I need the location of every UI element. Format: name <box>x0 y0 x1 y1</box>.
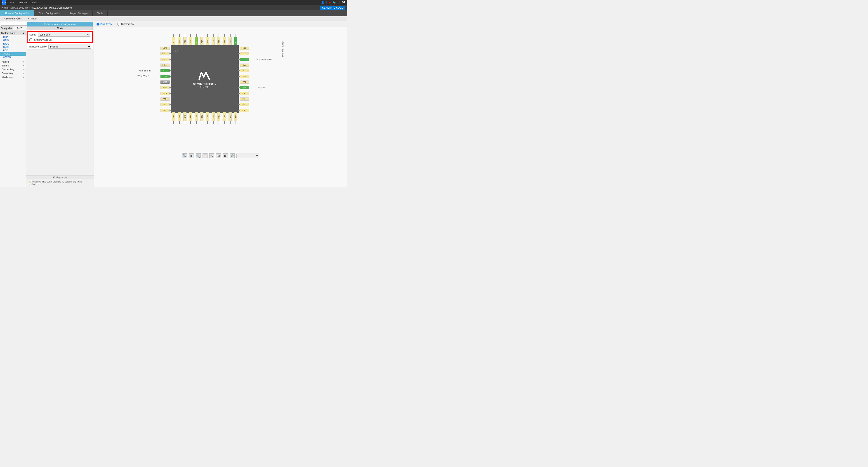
pin-pb15: PB15 <box>238 92 249 95</box>
zoom-select[interactable] <box>237 153 259 158</box>
st-icon[interactable]: ST <box>342 1 345 4</box>
app-logo: STM <box>2 0 6 5</box>
export-button[interactable]: 📋 <box>203 153 208 158</box>
sidebar-tab-az[interactable]: A->Z <box>13 26 26 30</box>
window-menu[interactable]: Window <box>19 1 27 4</box>
pin-pc13: PC13.. <box>160 52 171 55</box>
pin-pb9: PB9 <box>183 34 186 46</box>
rcc-osc-in-label: RCC_OSC_IN <box>137 70 151 72</box>
pin-pa6: PA6 <box>189 112 192 124</box>
pinout-view-tab[interactable]: Pinout view <box>96 22 113 26</box>
sidebar-item-rcc[interactable]: RCC <box>0 49 26 52</box>
left-signals: RCC_OSC_IN RCC_OSC_OUT <box>137 45 151 113</box>
pin-vbat: VBAT <box>160 47 171 50</box>
pin-pb2: PB2 <box>212 112 215 124</box>
top-pins: VDD VSS PB9 PB8 <box>171 34 239 46</box>
tab-pinout[interactable]: Pinout & Configuration <box>0 10 34 16</box>
pin-pc15: PC15.. <box>160 63 171 67</box>
system-wakeup-checkbox[interactable] <box>29 38 32 41</box>
sidebar-section-analog[interactable]: Analog › <box>0 60 26 64</box>
breadcrumb-home[interactable]: Home <box>2 6 8 9</box>
sys-jtck-label: SYS_JTCK-SWCLK <box>282 41 284 57</box>
pin-boo: BOO <box>195 34 198 46</box>
twitter-icon[interactable]: 🐦 <box>333 1 336 4</box>
pin-pb10: PB10 <box>217 112 220 124</box>
config-spacer <box>26 51 94 175</box>
sidebar-section-timers[interactable]: Timers › <box>0 64 26 68</box>
timebase-row: Timebase Source SysTick <box>27 43 93 50</box>
zoom-in-button[interactable]: 🔍 <box>196 153 201 158</box>
top-bar-right: 👤 f ▶ 🐦 ✕ ST <box>321 1 345 4</box>
pin-vss-right: VSS <box>238 52 249 55</box>
tab-tools[interactable]: Tools <box>93 10 108 16</box>
rcc-osc-out-label: RCC_OSC_OUT <box>137 75 151 77</box>
sidebar-section-connectivity[interactable]: Connectivity › <box>0 68 26 71</box>
right-signals: SYS_JTMS-SWDIO TIM1_CH1 <box>256 45 272 113</box>
st-logo <box>197 70 213 81</box>
print-button[interactable]: 🖨 <box>209 153 214 158</box>
subtab-software-packs[interactable]: ▼ Software Packs <box>0 16 25 21</box>
debug-label: Debug <box>29 33 36 36</box>
system-wakeup-label: System Wake-Up <box>34 39 52 41</box>
breadcrumb-chip[interactable]: STM32F103C8Tx <box>10 6 28 9</box>
sidebar-item-dma[interactable]: DMA <box>0 35 26 39</box>
debug-row: Debug Serial Wire No Debug Trace Asynchr… <box>28 32 92 37</box>
pin-pb3: PB3 <box>223 34 226 46</box>
config-section-bottom: Configuration ⚠ Warning: This peripheral… <box>26 175 94 187</box>
facebook-icon[interactable]: f <box>326 1 327 4</box>
pinout-area: Pinout view System view SYS_JTCK-SWCLK V… <box>94 21 347 187</box>
generate-code-button[interactable]: GENERATE CODE <box>320 6 345 10</box>
debug-row-container: Debug Serial Wire No Debug Trace Asynchr… <box>27 31 93 43</box>
tim1-ch1-label: TIM1_CH1 <box>256 86 272 88</box>
subtab-pinout[interactable]: ▼ Pinout <box>25 16 40 21</box>
pin-pa5: PA5 <box>183 112 186 124</box>
pin-pa7: PA7 <box>195 112 198 124</box>
sidebar-item-sys[interactable]: ✓ SYS <box>0 52 26 56</box>
sidebar-item-iwdg[interactable]: IWDG <box>0 42 26 46</box>
pin-vssa: VSSA <box>160 86 171 89</box>
pin-vdda: VDDA <box>160 92 171 95</box>
pin-pa13: PA13 <box>238 58 249 61</box>
pin-pb5: PB5 <box>212 34 215 46</box>
sidebar-item-nvic[interactable]: NVIC <box>0 46 26 49</box>
fit-button[interactable]: ⊞ <box>189 153 194 158</box>
pin-pd0: PD0-- <box>160 69 171 72</box>
external-link-icon[interactable]: ✕ <box>338 1 340 4</box>
mode-section-header: Mode <box>27 26 93 30</box>
sys-config-panel: SYS Mode and Configuration Mode Debug Se… <box>27 22 93 50</box>
search-pin-button[interactable]: 🔎 <box>230 153 235 158</box>
pin-pa0: PA0-- <box>160 97 171 100</box>
pin-pa1: PA1 <box>160 103 171 106</box>
system-wakeup-row: System Wake-Up <box>28 37 92 42</box>
sidebar-tab-categories[interactable]: Categories <box>0 26 13 30</box>
help-menu[interactable]: Help <box>32 1 37 4</box>
youtube-icon[interactable]: ▶ <box>329 1 331 4</box>
chip-body: STM32F103C8Tx LQFP48 <box>171 45 239 113</box>
grid-button[interactable]: ⊞ <box>223 153 228 158</box>
warning-icon: ⚠ <box>29 180 31 183</box>
breadcrumb-bar: Home › STM32F103C8Tx › AD9220ADC.ioc - P… <box>0 5 347 10</box>
sidebar-item-wwdg[interactable]: WWDG <box>0 56 26 59</box>
file-menu[interactable]: File <box>10 1 14 4</box>
user-icon[interactable]: 👤 <box>321 1 324 4</box>
debug-select[interactable]: Serial Wire No Debug Trace Asynchronous … <box>38 33 90 37</box>
system-core-header[interactable]: System Core ▼ <box>0 31 26 35</box>
pin-pa15: PA15 <box>228 34 232 46</box>
right-pins: VDD VSS PA13 PA12 <box>238 45 249 113</box>
pin-vss-top: VSS <box>178 34 181 46</box>
pin-nrst: NRST <box>160 81 171 84</box>
layout-button[interactable]: ⊟ <box>216 153 221 158</box>
timebase-select[interactable]: SysTick <box>49 45 91 49</box>
center-area: SYS Mode and Configuration Mode Debug Se… <box>26 21 94 187</box>
tab-clock[interactable]: Clock Configuration <box>34 10 65 16</box>
sidebar-item-gpio[interactable]: GPIO <box>0 39 26 42</box>
tab-project[interactable]: Project Manager <box>65 10 93 16</box>
pin-pa14: PA14 <box>234 34 237 46</box>
pin-pa4: PA4 <box>178 112 181 124</box>
pin-pb11: PB11 <box>223 112 226 124</box>
system-view-tab[interactable]: System view <box>116 22 135 26</box>
sidebar-section-computing[interactable]: Computing › <box>0 71 26 75</box>
sidebar-section-middleware[interactable]: Middleware › <box>0 75 26 79</box>
pin-pa11: PA11 <box>238 69 249 72</box>
zoom-out-button[interactable]: 🔍 <box>182 153 187 158</box>
